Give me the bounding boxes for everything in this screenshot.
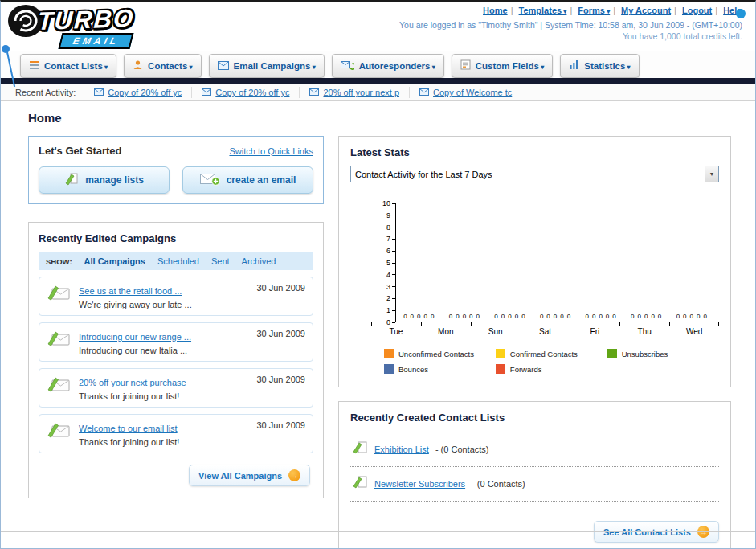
envelope-icon <box>419 88 429 97</box>
arrow-circle-icon <box>288 469 300 481</box>
recent-activity-link[interactable]: Copy of Welcome tc <box>433 88 512 97</box>
campaign-title-link[interactable]: Welcome to our email list <box>79 424 178 433</box>
chart-y-tick-label: 6 <box>386 247 390 255</box>
campaign-date: 30 Jun 2009 <box>256 420 305 447</box>
filter-sent[interactable]: Sent <box>211 256 230 266</box>
top-link-my-account[interactable]: My Account <box>621 6 671 15</box>
chart-bar-group: 00000 <box>533 203 578 322</box>
separator <box>570 6 572 15</box>
chart-value-label: 0 <box>703 313 706 320</box>
chart-bar-group: 00000 <box>668 203 714 322</box>
form-icon <box>460 59 471 73</box>
dropdown-arrow-icon <box>705 166 718 182</box>
separator <box>715 6 717 15</box>
contact-lists-icon <box>29 59 39 73</box>
chart-x-tick-label: Tue <box>371 322 421 336</box>
recent-activity-item: Copy of Welcome tc <box>409 87 521 98</box>
stats-dropdown-value: Contact Activity for the Last 7 Days <box>355 170 492 179</box>
chart-value-label: 0 <box>501 313 505 320</box>
top-link-templates[interactable]: Templates <box>519 6 567 15</box>
envelope-loop-icon <box>341 59 354 73</box>
contact-list-link[interactable]: Exhibition List <box>374 445 429 454</box>
nav-underline-bar <box>1 78 755 84</box>
create-email-label: create an email <box>227 174 296 186</box>
contact-list-link[interactable]: Newsletter Subscribers <box>374 479 465 489</box>
create-email-button[interactable]: create an email <box>182 166 313 194</box>
recent-activity-item: Copy of 20% off yc <box>191 87 299 98</box>
envelope-pencil-icon <box>47 283 71 309</box>
manage-lists-label: manage lists <box>85 174 144 186</box>
tab-custom-fields[interactable]: Custom Fields <box>452 54 553 78</box>
recent-activity-link[interactable]: Copy of 20% off yc <box>215 88 289 97</box>
chart-x-tick-label: Wed <box>669 322 719 336</box>
envelope-pencil-icon <box>47 420 71 447</box>
pencil-paper-icon <box>352 440 368 459</box>
top-link-logout[interactable]: Logout <box>682 6 712 15</box>
recent-activity-link[interactable]: Copy of 20% off yc <box>108 88 182 97</box>
view-all-campaigns-label: View All Campaigns <box>198 471 282 481</box>
chart-y-axis: 012345678910 <box>374 203 395 322</box>
manage-lists-button[interactable]: manage lists <box>39 166 170 194</box>
campaign-title-link[interactable]: Introducing our new range ... <box>79 332 191 342</box>
campaigns-title: Recently Edited Campaigns <box>39 232 313 244</box>
legend-item: Forwards <box>496 364 607 374</box>
legend-swatch <box>496 349 505 358</box>
chart-x-tick-label: Mon <box>421 322 471 336</box>
filter-scheduled[interactable]: Scheduled <box>157 256 199 266</box>
campaign-date: 30 Jun 2009 <box>256 283 305 309</box>
campaign-item: Introducing our new range ... Introducin… <box>39 322 313 362</box>
chart-value-label: 0 <box>585 313 588 320</box>
stats-activity-dropdown[interactable]: Contact Activity for the Last 7 Days <box>350 166 719 182</box>
chart-value-label: 0 <box>567 313 570 320</box>
envelope-icon <box>202 88 211 97</box>
switch-quick-links[interactable]: Switch to Quick Links <box>229 146 313 156</box>
recent-activity-label: Recent Activity: <box>15 88 76 97</box>
corner-dot <box>736 9 746 18</box>
tab-label: Contacts <box>148 61 192 71</box>
filter-all-campaigns[interactable]: All Campaigns <box>84 256 145 266</box>
logo-subtitle: EMAIL <box>59 33 134 49</box>
tab-statistics[interactable]: Statistics <box>560 54 639 78</box>
envelope-icon <box>309 88 319 97</box>
filter-archived[interactable]: Archived <box>242 256 276 266</box>
legend-item: Unconfirmed Contacts <box>384 349 496 358</box>
latest-stats-panel: Latest Stats Contact Activity for the La… <box>338 136 731 387</box>
campaign-title-link[interactable]: 20% off your next purchase <box>79 378 186 387</box>
person-icon <box>133 59 143 73</box>
legend-label: Unsubscribes <box>622 350 668 358</box>
campaign-subtitle: Thanks for joining our list! <box>79 437 248 447</box>
chart-x-tick-label: Fri <box>570 322 619 336</box>
app-window: TURBO EMAIL Home Templates Forms My Acco… <box>0 0 756 549</box>
view-all-campaigns-button[interactable]: View All Campaigns <box>189 465 310 486</box>
legend-swatch <box>384 364 394 374</box>
chart-value-label: 0 <box>546 313 550 320</box>
campaign-item: 20% off your next purchase Thanks for jo… <box>39 368 313 408</box>
campaign-subtitle: Introducing our new Italia ... <box>79 346 248 355</box>
legend-swatch <box>384 349 394 358</box>
chart-value-label: 0 <box>508 313 511 320</box>
bar-chart-icon <box>569 59 579 73</box>
legend-item: Confirmed Contacts <box>496 349 607 358</box>
chart-value-label: 0 <box>658 313 661 320</box>
pencil-icon <box>64 172 79 189</box>
chart-value-label: 0 <box>456 313 459 320</box>
campaign-title-link[interactable]: See us at the retail food ... <box>79 286 182 296</box>
chart-y-tick-label: 9 <box>386 211 390 219</box>
top-link-forms[interactable]: Forms <box>578 6 610 15</box>
legend-label: Confirmed Contacts <box>510 350 578 358</box>
chart-value-label: 0 <box>697 313 700 320</box>
envelope-pencil-icon <box>47 375 71 401</box>
chart-y-tick-label: 8 <box>386 223 390 231</box>
tab-email-campaigns[interactable]: Email Campaigns <box>209 54 325 78</box>
logo-title: TURBO <box>37 4 136 36</box>
top-link-home[interactable]: Home <box>483 6 508 15</box>
tab-contacts[interactable]: Contacts <box>124 54 201 78</box>
recent-activity-item: 20% off your next p <box>299 87 409 98</box>
chart-y-tick-label: 7 <box>386 235 390 243</box>
recent-activity-link[interactable]: 20% off your next p <box>323 88 399 97</box>
chart-value-label: 0 <box>540 313 543 320</box>
envelope-pencil-icon <box>47 329 71 355</box>
tab-contact-lists[interactable]: Contact Lists <box>20 54 116 78</box>
chart-value-label: 0 <box>476 313 480 320</box>
tab-autoresponders[interactable]: Autoresponders <box>332 54 444 78</box>
